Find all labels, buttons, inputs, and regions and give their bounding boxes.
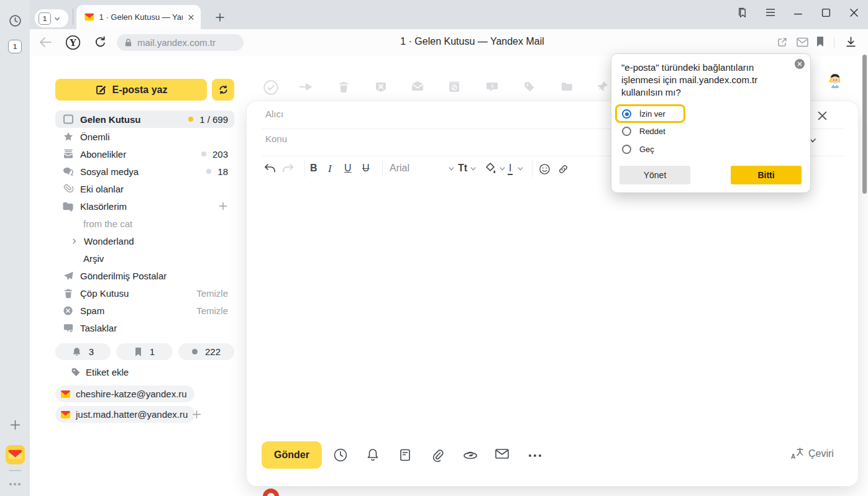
browser-bookmarks-icon[interactable] <box>728 0 756 25</box>
manage-button[interactable]: Yönet <box>619 166 690 184</box>
rail-add-icon[interactable] <box>0 419 30 431</box>
to-field[interactable] <box>264 108 639 120</box>
window-close-button[interactable] <box>840 0 868 25</box>
rail-overflow-icon[interactable] <box>0 482 30 487</box>
send-button[interactable]: Gönder <box>262 441 322 469</box>
option-deny[interactable]: Reddet <box>622 127 665 136</box>
schedule-send-icon[interactable] <box>333 448 348 462</box>
sidebar-item-my-folders[interactable]: Klasörlerim <box>55 197 234 215</box>
compose-close-icon[interactable] <box>817 110 828 121</box>
compose-button[interactable]: E-posta yaz <box>55 79 207 101</box>
sidebar-item-spam[interactable]: Spam Temizle <box>55 302 234 319</box>
yandex-logo-icon[interactable]: Y <box>65 35 81 50</box>
message-body[interactable] <box>262 185 843 430</box>
italic-button[interactable]: I <box>328 163 332 175</box>
subject-field[interactable] <box>264 133 639 145</box>
emoji-icon[interactable] <box>539 163 550 175</box>
translate-button[interactable]: A Çeviri <box>790 448 834 460</box>
account-item[interactable]: cheshire-katze@yandex.ru <box>55 386 194 402</box>
add-label-button[interactable]: Etiket ekle <box>70 367 129 377</box>
template-icon[interactable] <box>398 448 413 462</box>
undo-icon[interactable] <box>263 163 276 174</box>
sidebar-item-inbox[interactable]: Gelen Kutusu 1 / 699 <box>55 110 234 128</box>
floating-red-button[interactable] <box>263 489 279 496</box>
browser-menu-icon[interactable] <box>756 0 784 25</box>
address-bar[interactable]: mail.yandex.com.tr <box>117 34 244 51</box>
redo-icon[interactable] <box>281 163 295 174</box>
user-avatar[interactable] <box>825 71 846 92</box>
font-family-select[interactable]: Arial <box>390 163 455 174</box>
trash-icon <box>62 288 74 299</box>
option-skip[interactable]: Geç <box>622 145 654 154</box>
clear-folder-link[interactable]: Temizle <box>196 305 228 316</box>
tab-counter-icon[interactable]: 1 <box>0 40 30 53</box>
window-maximize-button[interactable] <box>812 0 840 25</box>
scrollbar-thumb[interactable] <box>862 55 867 194</box>
page-mail-icon[interactable] <box>797 37 808 47</box>
add-folder-button[interactable] <box>218 201 228 211</box>
unread-chip[interactable]: 222 <box>178 343 234 360</box>
add-account-button[interactable] <box>191 409 202 420</box>
tab-close-icon[interactable] <box>188 14 194 21</box>
yandex-mail-app-icon[interactable] <box>0 444 30 465</box>
option-allow[interactable]: İzin ver <box>622 109 665 119</box>
radio-selected-icon[interactable] <box>622 109 631 119</box>
browser-window: 1 1 1 · Gelen Kutusu — Yand <box>0 0 868 496</box>
new-tab-button[interactable] <box>212 9 228 25</box>
tab-favicon-mail-icon <box>85 12 94 22</box>
account-email: cheshire-katze@yandex.ru <box>76 389 187 399</box>
font-size-select[interactable]: Tt <box>458 163 477 174</box>
underline-button[interactable]: U <box>344 163 352 174</box>
reminders-chip[interactable]: 3 <box>55 343 111 360</box>
attach-file-icon[interactable] <box>430 448 445 462</box>
chip-count: 3 <box>89 346 94 357</box>
highlight-color-button[interactable] <box>484 162 506 174</box>
folder-icon <box>62 201 74 212</box>
download-icon[interactable] <box>845 36 857 48</box>
back-icon[interactable] <box>39 36 52 48</box>
reload-icon[interactable] <box>94 35 107 49</box>
strikethrough-button[interactable]: U <box>362 163 370 174</box>
bold-button[interactable]: B <box>310 163 318 174</box>
sidebar-item-subscriptions[interactable]: Abonelikler 203 <box>55 145 234 163</box>
link-icon[interactable] <box>557 163 569 175</box>
svg-text:A: A <box>791 453 795 460</box>
option-label: Geç <box>639 145 654 154</box>
sidebar-item-wonderland[interactable]: Wonderland <box>55 232 234 250</box>
chevron-right-icon[interactable] <box>71 238 78 245</box>
sidebar-item-important[interactable]: Önemli <box>55 128 234 145</box>
clear-folder-link[interactable]: Temizle <box>196 288 228 299</box>
notify-icon[interactable] <box>365 448 380 462</box>
sidebar-item-from-the-cat[interactable]: from the cat <box>55 215 234 232</box>
more-options-icon[interactable] <box>528 454 542 458</box>
subscriptions-icon <box>62 148 74 160</box>
font-name: Arial <box>390 163 409 174</box>
mail-refresh-button[interactable] <box>212 79 234 101</box>
sidebar-item-drafts[interactable]: Taslaklar <box>55 319 234 336</box>
translate-icon: A <box>790 448 804 460</box>
window-minimize-button[interactable] <box>784 0 812 25</box>
account-item[interactable]: just.mad.hatter@yandex.ru <box>55 406 195 423</box>
sidebar-item-attachments[interactable]: Eki olanlar <box>55 180 234 197</box>
history-icon[interactable] <box>0 14 30 27</box>
postcard-icon[interactable] <box>495 448 509 460</box>
popup-close-icon[interactable] <box>795 59 805 69</box>
share-icon[interactable] <box>777 37 788 48</box>
sidebar-item-trash[interactable]: Çöp Kutusu Temizle <box>55 284 234 302</box>
done-button[interactable]: Bitti <box>731 166 802 184</box>
mark-spam-icon <box>375 81 387 93</box>
active-tab[interactable]: 1 · Gelen Kutusu — Yand <box>76 5 201 29</box>
yandex-disk-icon[interactable] <box>462 448 478 462</box>
folder-label: Gönderilmiş Postalar <box>80 271 167 281</box>
browser-toolbar: Y mail.yandex.com.tr 1 · Gelen Kutusu — … <box>30 29 868 56</box>
sidebar-item-sent[interactable]: Gönderilmiş Postalar <box>55 267 234 284</box>
sidebar-item-social[interactable]: Sosyal medya 18 <box>55 163 234 180</box>
radio-icon[interactable] <box>622 127 631 136</box>
bookmark-icon[interactable] <box>816 36 825 47</box>
bookmarked-chip[interactable]: 1 <box>116 343 173 360</box>
radio-icon[interactable] <box>622 145 631 154</box>
sidebar-item-archive[interactable]: Arşiv <box>55 250 234 267</box>
tab-group-button[interactable]: 1 <box>35 9 68 27</box>
filter-chips: 3 1 222 <box>55 343 234 360</box>
text-color-button[interactable]: I <box>508 163 524 175</box>
